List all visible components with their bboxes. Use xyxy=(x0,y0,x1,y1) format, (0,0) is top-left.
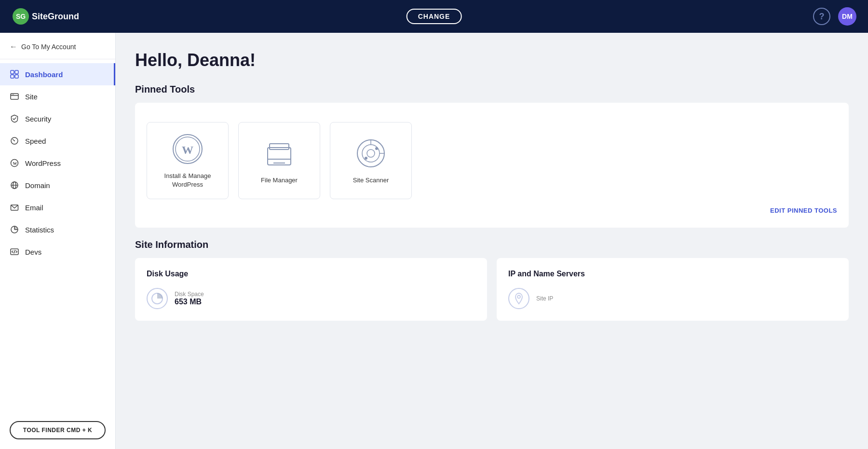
body-wrap: ← Go To My Account Dashboard xyxy=(0,33,868,449)
svg-rect-3 xyxy=(11,70,14,74)
svg-rect-5 xyxy=(11,75,14,78)
wordpress-tool-label: Install & Manage WordPress xyxy=(155,172,220,189)
tool-card-wordpress[interactable]: W Install & Manage WordPress xyxy=(147,122,229,199)
svg-text:W: W xyxy=(13,161,17,166)
edit-pinned-link[interactable]: EDIT PINNED TOOLS xyxy=(147,203,837,216)
sidebar-item-label: WordPress xyxy=(25,159,61,167)
svg-point-41 xyxy=(517,296,520,299)
svg-line-12 xyxy=(14,118,16,120)
site-scanner-tool-icon xyxy=(354,136,388,170)
svg-rect-29 xyxy=(268,148,291,165)
svg-text:SG: SG xyxy=(16,13,26,20)
site-info-grid: Disk Usage Disk Space 653 MB xyxy=(135,258,849,321)
sidebar-item-label: Dashboard xyxy=(25,70,63,79)
avatar[interactable]: DM xyxy=(838,7,856,26)
wordpress-tool-icon: W xyxy=(171,132,204,166)
sidebar-item-label: Security xyxy=(25,115,51,123)
svg-point-36 xyxy=(375,147,378,150)
svg-text:SiteGround: SiteGround xyxy=(32,12,79,21)
disk-space-icon-wrap xyxy=(147,288,168,309)
disk-usage-card: Disk Usage Disk Space 653 MB xyxy=(135,258,487,321)
tool-card-file-manager[interactable]: File Manager xyxy=(238,122,320,199)
sidebar-nav: Dashboard Site xyxy=(0,59,115,413)
sidebar-item-label: Devs xyxy=(25,248,41,256)
disk-space-value: 653 MB xyxy=(175,298,204,306)
disk-usage-title: Disk Usage xyxy=(147,270,475,278)
site-ip-icon-wrap xyxy=(508,288,529,309)
sidebar-item-site[interactable]: Site xyxy=(0,85,115,108)
site-icon xyxy=(10,92,19,101)
sidebar-item-label: Statistics xyxy=(25,226,54,234)
sidebar-item-speed[interactable]: Speed xyxy=(0,130,115,152)
disk-space-label: Disk Space xyxy=(175,291,204,298)
security-icon xyxy=(10,114,19,123)
devs-icon xyxy=(10,247,19,257)
pinned-tools-title: Pinned Tools xyxy=(135,84,849,95)
svg-rect-30 xyxy=(270,144,289,150)
svg-point-10 xyxy=(13,94,14,95)
svg-rect-6 xyxy=(15,75,18,78)
sidebar-item-security[interactable]: Security xyxy=(0,108,115,130)
sidebar-item-statistics[interactable]: Statistics xyxy=(0,218,115,241)
wordpress-icon: W xyxy=(10,158,19,168)
pinned-tools-grid: W Install & Manage WordPress xyxy=(147,114,837,203)
file-manager-tool-icon xyxy=(262,136,296,170)
speed-icon xyxy=(10,136,19,146)
sidebar-item-wordpress[interactable]: W WordPress xyxy=(0,152,115,174)
topnav: SG SiteGround CHANGE ? DM xyxy=(0,0,868,33)
svg-point-14 xyxy=(14,140,15,141)
sidebar-item-dashboard[interactable]: Dashboard xyxy=(0,63,115,85)
sidebar-item-label: Email xyxy=(25,204,43,212)
file-manager-tool-label: File Manager xyxy=(261,176,298,185)
svg-text:W: W xyxy=(182,144,193,156)
email-icon xyxy=(10,203,19,212)
logo[interactable]: SG SiteGround xyxy=(12,7,79,26)
back-arrow-icon: ← xyxy=(10,42,17,51)
site-scanner-tool-label: Site Scanner xyxy=(353,176,389,185)
back-label: Go To My Account xyxy=(21,43,76,51)
tool-card-site-scanner[interactable]: Site Scanner xyxy=(330,122,412,199)
statistics-icon xyxy=(10,225,19,234)
page-title: Hello, Deanna! xyxy=(135,50,849,70)
sidebar-item-label: Speed xyxy=(25,137,46,145)
ip-servers-card: IP and Name Servers Site IP xyxy=(497,258,849,321)
site-ip-label: Site IP xyxy=(536,295,553,302)
disk-space-row: Disk Space 653 MB xyxy=(147,288,475,309)
sidebar-item-devs[interactable]: Devs xyxy=(0,241,115,263)
sidebar-item-domain[interactable]: Domain xyxy=(0,174,115,196)
pinned-tools-card: W Install & Manage WordPress xyxy=(135,103,849,228)
dashboard-icon xyxy=(10,69,19,79)
svg-point-9 xyxy=(12,94,13,95)
help-button[interactable]: ? xyxy=(813,8,830,25)
change-button[interactable]: CHANGE xyxy=(407,9,462,24)
svg-point-37 xyxy=(365,157,367,160)
main-content: Hello, Deanna! Pinned Tools W Install & … xyxy=(116,33,868,449)
sidebar-item-label: Domain xyxy=(25,181,50,190)
tool-finder-button[interactable]: TOOL FINDER CMD + K xyxy=(10,421,106,439)
domain-icon xyxy=(10,180,19,190)
sidebar-item-label: Site xyxy=(25,93,38,101)
sidebar: ← Go To My Account Dashboard xyxy=(0,33,116,449)
ip-servers-title: IP and Name Servers xyxy=(508,270,837,278)
siteground-logo: SG SiteGround xyxy=(12,7,79,26)
topnav-right: ? DM xyxy=(813,7,856,26)
site-ip-row: Site IP xyxy=(508,288,837,309)
svg-point-35 xyxy=(367,150,375,157)
svg-line-25 xyxy=(14,250,15,253)
go-to-account-link[interactable]: ← Go To My Account xyxy=(0,33,115,59)
svg-rect-4 xyxy=(15,70,18,74)
sidebar-item-email[interactable]: Email xyxy=(0,196,115,218)
site-info-title: Site Information xyxy=(135,239,849,250)
